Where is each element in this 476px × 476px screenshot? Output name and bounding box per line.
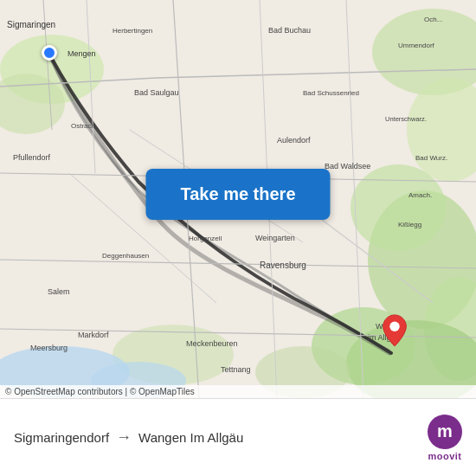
svg-text:Och...: Och... (424, 16, 442, 23)
svg-text:Bad Waldsee: Bad Waldsee (325, 162, 370, 170)
svg-text:Ravensburg: Ravensburg (260, 261, 306, 270)
svg-text:Kißlegg: Kißlegg (398, 221, 421, 228)
svg-text:Bad Schussenried: Bad Schussenried (303, 89, 359, 97)
origin-marker (42, 45, 57, 61)
svg-text:Bad Saulgau: Bad Saulgau (134, 88, 179, 97)
svg-text:Amach.: Amach. (408, 191, 432, 199)
svg-text:Salem: Salem (48, 287, 70, 296)
svg-point-55 (389, 322, 399, 331)
svg-text:Aulendorf: Aulendorf (277, 136, 311, 145)
moovit-brand-text: moovit (428, 451, 461, 461)
svg-point-11 (351, 164, 446, 251)
svg-text:Mengen: Mengen (68, 49, 96, 58)
svg-text:Meckenbeuren: Meckenbeuren (186, 339, 238, 348)
svg-text:Pfullendorf: Pfullendorf (13, 153, 51, 162)
svg-text:Ummendorf: Ummendorf (398, 42, 435, 49)
map-container: Sigmaringen Mengen Herbertingen Bad Saul… (0, 0, 476, 398)
svg-text:Meersburg: Meersburg (30, 344, 68, 352)
arrow-icon: → (116, 428, 132, 447)
bottom-bar: Sigmaringendorf → Wangen Im Allgäu m moo… (0, 398, 476, 476)
svg-text:Unterschwarz.: Unterschwarz. (385, 115, 427, 123)
svg-text:Weingarten: Weingarten (255, 234, 295, 242)
attribution-text: © OpenStreetMap contributors | © OpenMap… (5, 387, 195, 396)
svg-text:Tettnang: Tettnang (221, 365, 251, 374)
svg-text:Herbertingen: Herbertingen (113, 27, 152, 35)
svg-text:Ostrach: Ostrach (71, 122, 95, 130)
svg-text:Deggenhausen: Deggenhausen (102, 252, 149, 260)
moovit-symbol: m (437, 421, 453, 441)
to-label: Wangen Im Allgäu (138, 430, 243, 445)
from-label: Sigmaringendorf (14, 430, 109, 445)
svg-text:Bad Wurz.: Bad Wurz. (415, 154, 447, 162)
take-me-there-button[interactable]: Take me there (145, 169, 330, 220)
moovit-logo: m moovit (428, 415, 462, 461)
route-info: Sigmaringendorf → Wangen Im Allgäu (14, 428, 428, 447)
attribution-bar: © OpenStreetMap contributors | © OpenMap… (0, 385, 476, 398)
destination-marker (381, 313, 408, 351)
moovit-icon: m (428, 415, 462, 449)
svg-text:Sigmaringen: Sigmaringen (7, 20, 55, 29)
svg-text:Horgenzell: Horgenzell (189, 235, 222, 242)
svg-text:Markdorf: Markdorf (78, 331, 109, 339)
svg-text:Bad Buchau: Bad Buchau (268, 26, 311, 35)
